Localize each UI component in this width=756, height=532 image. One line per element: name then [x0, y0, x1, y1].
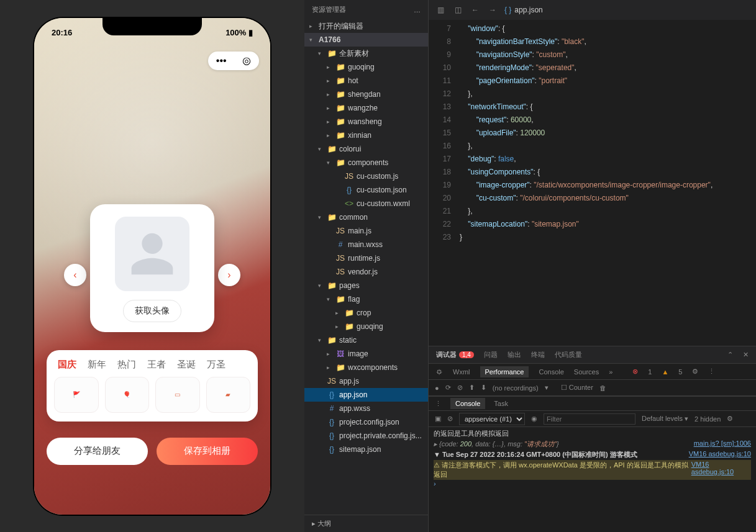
subtab-console[interactable]: Console — [539, 368, 563, 376]
prev-template-button[interactable]: ‹ — [64, 264, 86, 286]
eye-icon[interactable]: ◉ — [531, 415, 537, 423]
tree-item[interactable]: JSvendor.js — [304, 265, 428, 279]
drawer-tab-console[interactable]: Console — [450, 398, 485, 409]
template-thumb[interactable]: 🎈 — [105, 377, 150, 413]
capsule-more-icon[interactable]: ••• — [216, 55, 227, 66]
tree-item[interactable]: #app.wxss — [304, 402, 428, 415]
category-card: 国庆 新年 热门 王者 圣诞 万圣 🚩 🎈 ▭ ▰ — [47, 350, 258, 422]
category-tab[interactable]: 热门 — [117, 359, 136, 371]
error-count[interactable]: 1 — [648, 368, 652, 376]
gear-icon[interactable]: ⚙ — [727, 415, 733, 423]
upload-icon[interactable]: ⬆ — [469, 384, 475, 392]
tree-item[interactable]: ▾📁colorui — [304, 142, 428, 156]
subtab-wxml[interactable]: Wxml — [453, 368, 470, 376]
category-tab[interactable]: 新年 — [88, 359, 106, 371]
gear-icon[interactable]: ⚙ — [692, 367, 698, 376]
nav-forward-icon[interactable]: → — [487, 6, 498, 14]
tree-item[interactable]: JSruntime.js — [304, 251, 428, 265]
tree-item[interactable]: ▸📁hot — [304, 74, 428, 88]
tree-item[interactable]: ▾📁pages — [304, 279, 428, 292]
nav-back-icon[interactable]: ← — [470, 6, 481, 14]
tree-item[interactable]: {}sitemap.json — [304, 443, 428, 456]
more-tabs-icon[interactable]: » — [609, 368, 613, 376]
project-root[interactable]: ▾A1766 — [304, 33, 428, 47]
clear-icon[interactable]: ⊘ — [457, 384, 463, 392]
category-tab[interactable]: 王者 — [147, 359, 166, 371]
warn-count[interactable]: 5 — [678, 368, 682, 376]
tree-item[interactable]: ▾📁static — [304, 333, 428, 347]
tree-item[interactable]: {}project.config.json — [304, 415, 428, 429]
subtab-sources[interactable]: Sources — [574, 368, 599, 376]
inspect-icon[interactable]: ⯐ — [436, 368, 443, 376]
template-thumb[interactable]: ▭ — [155, 377, 200, 413]
devtools-tab-problems[interactable]: 问题 — [484, 350, 498, 359]
levels-select[interactable]: Default levels ▾ — [642, 415, 688, 423]
tree-item[interactable]: JSapp.js — [304, 374, 428, 388]
drawer-tab-task[interactable]: Task — [494, 400, 508, 407]
console-side-icon[interactable]: ▣ — [435, 415, 441, 423]
tree-item[interactable]: {}app.json — [304, 388, 428, 402]
tree-item[interactable]: <>cu-custom.wxml — [304, 197, 428, 210]
tree-item[interactable]: ▸📁xinnian — [304, 128, 428, 142]
category-tab[interactable]: 国庆 — [58, 359, 76, 371]
tree-item[interactable]: {}cu-custom.json — [304, 183, 428, 197]
devtools-tab-terminal[interactable]: 终端 — [531, 350, 545, 359]
save-to-album-button[interactable]: 保存到相册 — [157, 438, 258, 465]
share-button[interactable]: 分享给朋友 — [47, 438, 148, 465]
devtools-tab-output[interactable]: 输出 — [508, 350, 521, 359]
tree-item[interactable]: ▸📁guoqing — [304, 60, 428, 74]
tree-item[interactable]: ▾📁components — [304, 156, 428, 169]
clear-console-icon[interactable]: ⊘ — [447, 415, 453, 423]
code-editor[interactable]: 7891011121314151617181920212223 "window"… — [429, 20, 756, 346]
tree-item[interactable]: ▸📁shengdan — [304, 88, 428, 101]
tree-item[interactable]: ▸📁wansheng — [304, 115, 428, 128]
tree-item[interactable]: ▸📁guoqing — [304, 320, 428, 333]
status-time: 20:16 — [52, 28, 72, 37]
get-avatar-button[interactable]: 获取头像 — [123, 300, 181, 322]
chevron-up-icon[interactable]: ⌃ — [727, 351, 733, 359]
debugger-badge: 1,4 — [459, 351, 474, 358]
template-thumb[interactable]: 🚩 — [54, 377, 99, 413]
devtools-tab-debugger[interactable]: 调试器 — [436, 350, 457, 359]
subtab-performance[interactable]: Performance — [480, 366, 529, 377]
bookmark-icon[interactable]: ◫ — [452, 6, 463, 14]
download-icon[interactable]: ⬇ — [481, 384, 486, 392]
trash-icon[interactable]: 🗑 — [599, 384, 606, 392]
tree-item[interactable]: JSmain.js — [304, 224, 428, 238]
tree-item[interactable]: ▸🖼image — [304, 347, 428, 361]
tree-item[interactable]: ▾📁common — [304, 210, 428, 224]
dropdown-icon[interactable]: ▾ — [545, 384, 549, 392]
record-icon[interactable]: ● — [435, 384, 439, 392]
tree-item[interactable]: {}project.private.config.js... — [304, 429, 428, 443]
editor-area: ▥ ◫ ← → { }app.json 78910111213141516171… — [429, 0, 756, 532]
tree-item[interactable]: ▾📁全新素材 — [304, 47, 428, 60]
capsule-menu[interactable]: ••• ◎ — [208, 52, 259, 70]
console-output[interactable]: 的返回是工具的模拟返回▸ {code: 200, data: {…}, msg:… — [429, 427, 756, 532]
tree-item[interactable]: JScu-custom.js — [304, 169, 428, 183]
toggle-panel-icon[interactable]: ▥ — [435, 6, 446, 14]
tree-item[interactable]: ▾📁flag — [304, 292, 428, 306]
open-editors-section[interactable]: ▸打开的编辑器 — [304, 19, 428, 33]
devtools-tab-quality[interactable]: 代码质量 — [555, 350, 582, 359]
editor-tab[interactable]: { }app.json — [504, 6, 543, 14]
next-template-button[interactable]: › — [218, 264, 240, 286]
outline-section[interactable]: ▸ 大纲 — [304, 515, 428, 532]
explorer-more-icon[interactable]: … — [414, 6, 421, 14]
code-content[interactable]: "window": { "navigationBarTextStyle": "b… — [460, 20, 756, 346]
category-tab[interactable]: 万圣 — [207, 359, 225, 371]
capsule-close-icon[interactable]: ◎ — [242, 55, 251, 66]
kebab-icon[interactable]: ⋮ — [708, 367, 715, 376]
category-tab[interactable]: 圣诞 — [177, 359, 196, 371]
hidden-count[interactable]: 2 hidden — [695, 415, 721, 423]
tree-item[interactable]: ▸📁wxcomponents — [304, 361, 428, 374]
counter-checkbox[interactable]: ☐ Counter — [561, 384, 593, 392]
drawer-kebab-icon[interactable]: ⋮ — [435, 400, 442, 408]
context-select[interactable]: appservice (#1) — [459, 413, 525, 425]
tree-item[interactable]: ▸📁crop — [304, 306, 428, 320]
console-filter-input[interactable] — [544, 413, 635, 425]
template-thumb[interactable]: ▰ — [206, 377, 251, 413]
reload-icon[interactable]: ⟳ — [445, 384, 451, 392]
tree-item[interactable]: #main.wxss — [304, 238, 428, 251]
close-icon[interactable]: ✕ — [743, 351, 749, 359]
tree-item[interactable]: ▸📁wangzhe — [304, 101, 428, 115]
